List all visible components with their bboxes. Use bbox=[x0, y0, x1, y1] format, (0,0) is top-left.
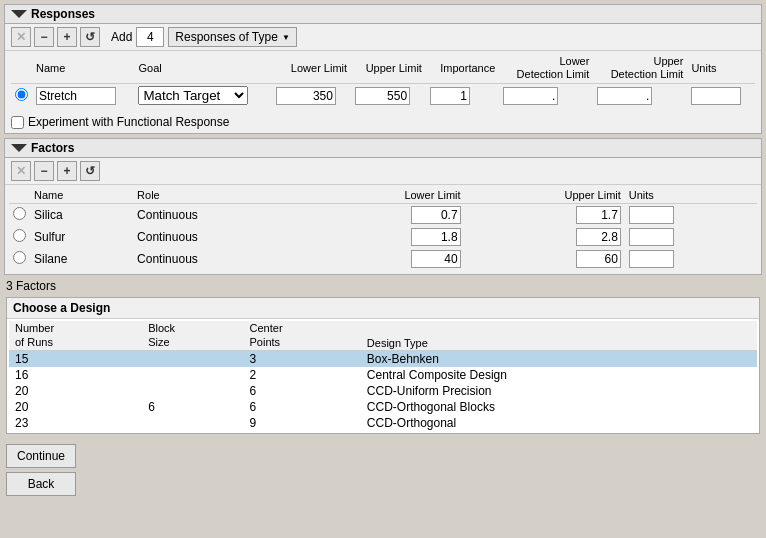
factor-radio[interactable] bbox=[13, 207, 26, 220]
design-type: CCD-Orthogonal bbox=[361, 415, 757, 431]
response-radio[interactable] bbox=[15, 88, 28, 101]
design-table: Numberof Runs BlockSize CenterPoints Des… bbox=[9, 321, 757, 430]
responses-table-header: Name Goal Lower Limit Upper Limit Import… bbox=[11, 53, 755, 84]
response-upper-det-cell bbox=[593, 84, 687, 108]
factor-radio[interactable] bbox=[13, 251, 26, 264]
response-units-cell bbox=[687, 84, 755, 108]
responses-type-dropdown[interactable]: Responses of Type ▼ bbox=[168, 27, 296, 47]
responses-toolbar: ✕ − + ↺ Add Responses of Type ▼ bbox=[5, 24, 761, 51]
factors-close-btn[interactable]: ✕ bbox=[11, 161, 31, 181]
design-runs: 15 bbox=[9, 350, 142, 367]
factors-table-header: Name Role Lower Limit Upper Limit Units bbox=[9, 187, 757, 204]
col-lower-limit: Lower Limit bbox=[272, 53, 351, 84]
response-goal-select[interactable]: Match Target Maximize Minimize bbox=[138, 86, 248, 105]
factor-row: Sulfur Continuous bbox=[9, 226, 757, 248]
responses-table: Name Goal Lower Limit Upper Limit Import… bbox=[11, 53, 755, 107]
factor-units-input[interactable] bbox=[629, 250, 674, 268]
dropdown-arrow-icon: ▼ bbox=[282, 33, 290, 42]
design-col-type: Design Type bbox=[361, 321, 757, 350]
response-units-input[interactable] bbox=[691, 87, 741, 105]
factor-radio-cell bbox=[9, 226, 30, 248]
continue-button[interactable]: Continue bbox=[6, 444, 76, 468]
factor-col-lower: Lower Limit bbox=[304, 187, 464, 204]
factors-table: Name Role Lower Limit Upper Limit Units … bbox=[9, 187, 757, 270]
responses-refresh-btn[interactable]: ↺ bbox=[80, 27, 100, 47]
add-label: Add bbox=[111, 30, 132, 44]
factors-collapse-icon[interactable] bbox=[11, 144, 27, 152]
factors-remove-btn[interactable]: − bbox=[34, 161, 54, 181]
responses-close-btn[interactable]: ✕ bbox=[11, 27, 31, 47]
factor-col-units: Units bbox=[625, 187, 757, 204]
response-upper-det-input[interactable] bbox=[597, 87, 652, 105]
factor-upper-input[interactable] bbox=[576, 206, 621, 224]
responses-header: Responses bbox=[5, 5, 761, 24]
response-name-cell bbox=[32, 84, 134, 108]
factor-col-role: Role bbox=[133, 187, 304, 204]
design-center: 3 bbox=[244, 350, 361, 367]
factor-units-cell bbox=[625, 204, 757, 227]
factor-lower-cell bbox=[304, 248, 464, 270]
add-count-input[interactable] bbox=[136, 27, 164, 47]
factor-upper-cell bbox=[465, 248, 625, 270]
factor-role-cell: Continuous bbox=[133, 204, 304, 227]
response-lower-det-input[interactable] bbox=[503, 87, 558, 105]
functional-response-checkbox[interactable] bbox=[11, 116, 24, 129]
responses-table-container: Name Goal Lower Limit Upper Limit Import… bbox=[5, 51, 761, 111]
factor-upper-input[interactable] bbox=[576, 250, 621, 268]
factor-name-cell: Sulfur bbox=[30, 226, 133, 248]
col-goal: Goal bbox=[134, 53, 271, 84]
response-row: Match Target Maximize Minimize bbox=[11, 84, 755, 108]
factor-units-input[interactable] bbox=[629, 228, 674, 246]
design-header: Choose a Design bbox=[7, 298, 759, 319]
col-upper-det: UpperDetection Limit bbox=[593, 53, 687, 84]
factor-role-cell: Continuous bbox=[133, 226, 304, 248]
responses-type-label: Responses of Type bbox=[175, 30, 278, 44]
response-name-input[interactable] bbox=[36, 87, 116, 105]
responses-remove-btn[interactable]: − bbox=[34, 27, 54, 47]
design-table-wrap: Numberof Runs BlockSize CenterPoints Des… bbox=[7, 319, 759, 432]
design-type: CCD-Orthogonal Blocks bbox=[361, 399, 757, 415]
design-center: 9 bbox=[244, 415, 361, 431]
design-col-runs: Numberof Runs bbox=[9, 321, 142, 350]
design-row[interactable]: 16 2 Central Composite Design bbox=[9, 367, 757, 383]
response-goal-cell: Match Target Maximize Minimize bbox=[134, 84, 271, 108]
factors-refresh-btn[interactable]: ↺ bbox=[80, 161, 100, 181]
back-button[interactable]: Back bbox=[6, 472, 76, 496]
response-upper-limit-input[interactable] bbox=[355, 87, 410, 105]
design-block bbox=[142, 350, 243, 367]
factor-radio[interactable] bbox=[13, 229, 26, 242]
design-row[interactable]: 23 9 CCD-Orthogonal bbox=[9, 415, 757, 431]
response-lower-limit-input[interactable] bbox=[276, 87, 336, 105]
factors-add-btn[interactable]: + bbox=[57, 161, 77, 181]
responses-title: Responses bbox=[31, 7, 95, 21]
design-row[interactable]: 20 6 CCD-Uniform Precision bbox=[9, 383, 757, 399]
bottom-buttons: Continue Back bbox=[0, 438, 766, 502]
col-lower-det: LowerDetection Limit bbox=[499, 53, 593, 84]
factor-lower-input[interactable] bbox=[411, 228, 461, 246]
responses-add-btn[interactable]: + bbox=[57, 27, 77, 47]
factors-count: 3 Factors bbox=[0, 277, 766, 295]
design-center: 6 bbox=[244, 383, 361, 399]
col-upper-limit: Upper Limit bbox=[351, 53, 426, 84]
add-area: Add Responses of Type ▼ bbox=[111, 27, 297, 47]
factor-col-upper: Upper Limit bbox=[465, 187, 625, 204]
factor-upper-input[interactable] bbox=[576, 228, 621, 246]
response-importance-input[interactable] bbox=[430, 87, 470, 105]
factor-role-cell: Continuous bbox=[133, 248, 304, 270]
design-type: CCD-Uniform Precision bbox=[361, 383, 757, 399]
design-block bbox=[142, 383, 243, 399]
factor-name-cell: Silica bbox=[30, 204, 133, 227]
responses-collapse-icon[interactable] bbox=[11, 10, 27, 18]
design-row[interactable]: 15 3 Box-Behnken bbox=[9, 350, 757, 367]
design-row[interactable]: 20 6 6 CCD-Orthogonal Blocks bbox=[9, 399, 757, 415]
design-type: Central Composite Design bbox=[361, 367, 757, 383]
design-block: 6 bbox=[142, 399, 243, 415]
design-runs: 16 bbox=[9, 367, 142, 383]
design-runs: 20 bbox=[9, 399, 142, 415]
design-runs: 20 bbox=[9, 383, 142, 399]
factor-lower-input[interactable] bbox=[411, 250, 461, 268]
factor-lower-input[interactable] bbox=[411, 206, 461, 224]
design-col-block: BlockSize bbox=[142, 321, 243, 350]
col-name: Name bbox=[32, 53, 134, 84]
factor-units-input[interactable] bbox=[629, 206, 674, 224]
